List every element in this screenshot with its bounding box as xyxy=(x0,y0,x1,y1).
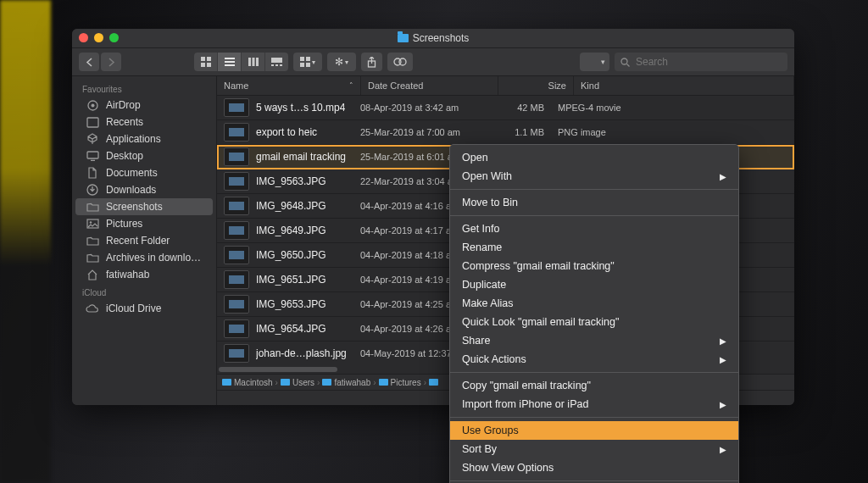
toolbar: ▾ ✻▾ ▾ xyxy=(72,48,794,76)
menu-item-label: Open With xyxy=(462,170,512,182)
sidebar-item-icloud-drive[interactable]: iCloud Drive xyxy=(75,300,213,317)
sort-asc-icon: ˄ xyxy=(349,81,353,90)
view-icon-button[interactable] xyxy=(194,53,218,71)
arrange-group: ▾ xyxy=(293,53,322,71)
sidebar-item-recent-folder[interactable]: Recent Folder xyxy=(75,232,213,249)
path-segment[interactable]: Macintosh xyxy=(222,378,273,387)
menu-item-label: Use Groups xyxy=(462,425,519,436)
action-group: ✻▾ xyxy=(327,53,356,71)
sidebar-item-downloads[interactable]: Downloads xyxy=(75,181,213,198)
sidebar-item-documents[interactable]: Documents xyxy=(75,164,213,181)
sidebar-item-fatiwahab[interactable]: fatiwahab xyxy=(75,266,213,283)
menu-item-show-view-options[interactable]: Show View Options xyxy=(450,458,738,477)
sidebar-item-label: Desktop xyxy=(106,150,143,162)
menu-item-quick-actions[interactable]: Quick Actions▶ xyxy=(450,350,738,369)
sidebar-item-label: Documents xyxy=(106,167,158,179)
zoom-button[interactable] xyxy=(109,33,119,42)
share-button[interactable] xyxy=(361,53,382,71)
sidebar-item-pictures[interactable]: Pictures xyxy=(75,215,213,232)
folder-icon xyxy=(222,379,231,386)
svg-rect-17 xyxy=(306,63,310,67)
submenu-arrow-icon: ▶ xyxy=(720,400,726,409)
sidebar-item-recents[interactable]: Recents xyxy=(75,114,213,130)
sidebar-item-archives-in-downlo-[interactable]: Archives in downlo… xyxy=(75,249,213,266)
folder-icon xyxy=(86,201,99,213)
minimize-button[interactable] xyxy=(94,33,103,42)
search-field[interactable] xyxy=(615,53,787,71)
toolbar-dropdown[interactable]: ▾ xyxy=(580,53,609,71)
menu-item-quick-look-gmail-email-trackin[interactable]: Quick Look "gmail email tracking" xyxy=(450,313,738,331)
action-button[interactable]: ✻▾ xyxy=(327,53,356,71)
sidebar-item-label: Screenshots xyxy=(106,201,163,213)
menu-item-open[interactable]: Open xyxy=(450,148,738,167)
menu-item-sort-by[interactable]: Sort By▶ xyxy=(450,440,738,458)
column-date[interactable]: Date Created xyxy=(361,76,498,95)
menu-item-rename[interactable]: Rename xyxy=(450,238,738,257)
svg-rect-8 xyxy=(252,58,254,66)
back-button[interactable] xyxy=(79,53,99,71)
path-segment[interactable]: Users xyxy=(281,378,314,387)
menu-separator xyxy=(450,215,738,216)
arrange-button[interactable]: ▾ xyxy=(293,53,322,71)
column-size[interactable]: Size xyxy=(498,76,574,95)
menu-item-label: Make Alias xyxy=(462,297,513,309)
view-mode-group xyxy=(194,53,288,71)
menu-item-label: Quick Actions xyxy=(462,353,526,365)
file-name: IMG_9653.JPG xyxy=(256,298,326,310)
file-thumbnail xyxy=(224,295,249,314)
menu-item-make-alias[interactable]: Make Alias xyxy=(450,294,738,313)
search-icon xyxy=(620,58,630,67)
sidebar-item-applications[interactable]: Applications xyxy=(75,130,213,147)
menu-item-label: Share xyxy=(462,335,490,347)
menu-item-label: Show View Options xyxy=(462,462,554,474)
column-kind[interactable]: Kind xyxy=(574,76,794,95)
svg-rect-5 xyxy=(225,61,235,63)
file-date: 25-Mar-2019 at 7:00 am xyxy=(353,127,483,137)
sidebar-item-screenshots[interactable]: Screenshots xyxy=(75,198,213,215)
svg-rect-9 xyxy=(256,58,259,66)
menu-item-copy-gmail-email-tracking-[interactable]: Copy "gmail email tracking" xyxy=(450,376,738,395)
menu-item-import-from-iphone-or-ipad[interactable]: Import from iPhone or iPad▶ xyxy=(450,395,738,414)
menu-separator xyxy=(450,417,738,418)
svg-point-30 xyxy=(89,221,92,224)
submenu-arrow-icon: ▶ xyxy=(720,172,726,181)
view-gallery-button[interactable] xyxy=(265,53,288,71)
desktop-icon xyxy=(86,150,99,162)
file-row[interactable]: export to heic25-Mar-2019 at 7:00 am1.1 … xyxy=(217,120,794,145)
path-segment[interactable] xyxy=(429,379,441,386)
menu-item-use-groups[interactable]: Use Groups xyxy=(450,421,738,440)
view-column-button[interactable] xyxy=(242,53,265,71)
menu-item-move-to-bin[interactable]: Move to Bin xyxy=(450,193,738,212)
menu-item-duplicate[interactable]: Duplicate xyxy=(450,275,738,294)
file-name: 5 ways t…s 10.mp4 xyxy=(256,102,345,114)
menu-item-open-with[interactable]: Open With▶ xyxy=(450,167,738,186)
submenu-arrow-icon: ▶ xyxy=(720,336,726,346)
file-name: IMG_9654.JPG xyxy=(256,323,326,335)
svg-rect-0 xyxy=(201,57,205,61)
path-label: Users xyxy=(292,378,314,387)
menu-item-share[interactable]: Share▶ xyxy=(450,331,738,350)
titlebar[interactable]: Screenshots xyxy=(72,29,794,48)
sidebar-item-airdrop[interactable]: AirDrop xyxy=(75,97,213,114)
file-thumbnail xyxy=(224,123,249,142)
svg-rect-15 xyxy=(306,57,310,61)
menu-item-compress-gmail-email-tracking-[interactable]: Compress "gmail email tracking" xyxy=(450,257,738,275)
sidebar-item-label: Downloads xyxy=(106,184,156,196)
column-name[interactable]: Name˄ xyxy=(217,76,361,95)
tags-button[interactable] xyxy=(387,53,413,71)
view-list-button[interactable] xyxy=(218,53,242,71)
folder-icon xyxy=(281,379,290,386)
menu-item-get-info[interactable]: Get Info xyxy=(450,219,738,238)
menu-item-label: Get Info xyxy=(462,223,499,235)
chevron-right-icon: › xyxy=(373,378,376,387)
path-segment[interactable]: Pictures xyxy=(379,378,421,387)
column-headers: Name˄ Date Created Size Kind xyxy=(217,76,794,96)
close-button[interactable] xyxy=(79,33,88,42)
forward-button[interactable] xyxy=(101,53,121,71)
file-row[interactable]: 5 ways t…s 10.mp408-Apr-2019 at 3:42 am4… xyxy=(217,96,794,120)
search-input[interactable] xyxy=(634,55,782,69)
path-label: Pictures xyxy=(391,378,421,387)
path-segment[interactable]: fatiwahab xyxy=(322,378,370,387)
sidebar-item-desktop[interactable]: Desktop xyxy=(75,147,213,164)
file-thumbnail xyxy=(224,221,249,240)
